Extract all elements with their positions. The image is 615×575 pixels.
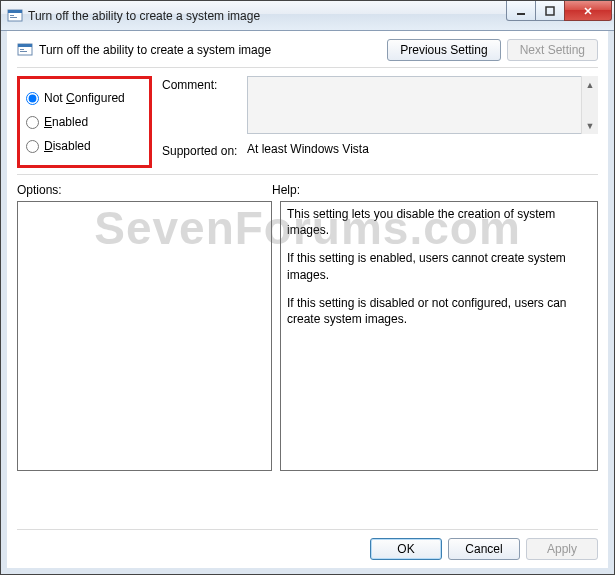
svg-rect-3 — [10, 17, 17, 18]
help-paragraph: If this setting is enabled, users cannot… — [287, 250, 591, 282]
close-button[interactable] — [564, 1, 612, 21]
dialog-content: Turn off the ability to create a system … — [1, 31, 614, 574]
svg-rect-5 — [546, 7, 554, 15]
svg-rect-1 — [8, 10, 22, 13]
help-label: Help: — [272, 183, 598, 197]
maximize-button[interactable] — [535, 1, 565, 21]
svg-rect-8 — [20, 49, 24, 50]
apply-button: Apply — [526, 538, 598, 560]
disabled-radio[interactable] — [26, 140, 39, 153]
window-title: Turn off the ability to create a system … — [28, 9, 260, 23]
ok-button[interactable]: OK — [370, 538, 442, 560]
scroll-down-icon[interactable]: ▼ — [582, 117, 598, 134]
comment-scrollbar[interactable]: ▲ ▼ — [581, 76, 598, 134]
window-controls — [507, 1, 612, 21]
enabled-radio[interactable] — [26, 116, 39, 129]
comment-label: Comment: — [162, 76, 247, 92]
svg-rect-4 — [517, 13, 525, 15]
svg-rect-2 — [10, 15, 14, 16]
help-paragraph: If this setting is disabled or not confi… — [287, 295, 591, 327]
disabled-label[interactable]: Disabled — [44, 139, 91, 153]
enabled-label[interactable]: Enabled — [44, 115, 88, 129]
cancel-button[interactable]: Cancel — [448, 538, 520, 560]
divider-2 — [17, 174, 598, 175]
previous-setting-button[interactable]: Previous Setting — [387, 39, 500, 61]
header-row: Turn off the ability to create a system … — [17, 39, 598, 61]
scroll-up-icon[interactable]: ▲ — [582, 76, 598, 93]
policy-icon — [17, 42, 33, 58]
comment-textarea[interactable] — [247, 76, 598, 134]
not-configured-label[interactable]: Not Configured — [44, 91, 125, 105]
not-configured-radio[interactable] — [26, 92, 39, 105]
settings-area: Not Configured Enabled Disabled Comment:… — [17, 76, 598, 168]
supported-on-label: Supported on: — [162, 142, 247, 158]
title-bar: Turn off the ability to create a system … — [1, 1, 614, 31]
options-label: Options: — [17, 183, 272, 197]
app-icon — [7, 8, 23, 24]
help-pane: This setting lets you disable the creati… — [280, 201, 598, 471]
supported-on-value: At least Windows Vista — [247, 142, 369, 156]
options-pane — [17, 201, 272, 471]
svg-rect-7 — [18, 44, 32, 47]
help-paragraph: This setting lets you disable the creati… — [287, 206, 591, 238]
dialog-footer: OK Cancel Apply — [17, 529, 598, 560]
state-radio-group: Not Configured Enabled Disabled — [17, 76, 152, 168]
next-setting-button: Next Setting — [507, 39, 598, 61]
minimize-button[interactable] — [506, 1, 536, 21]
svg-rect-9 — [20, 51, 27, 52]
divider — [17, 67, 598, 68]
policy-title: Turn off the ability to create a system … — [39, 43, 387, 57]
